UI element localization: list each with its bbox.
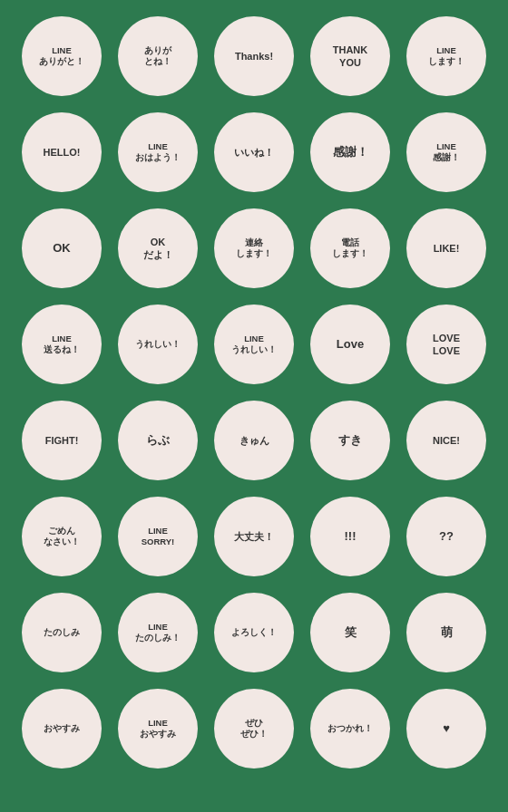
sticker-item[interactable]: おつかれ！ — [305, 683, 396, 774]
sticker-label: FIGHT! — [45, 434, 79, 447]
sticker-label: LINE おはよう！ — [135, 141, 181, 164]
sticker-label: LINE SORRY! — [142, 526, 175, 548]
sticker-item[interactable]: ぜひ ぜひ！ — [209, 683, 299, 774]
sticker-item[interactable]: うれしい！ — [112, 299, 203, 390]
sticker-label: きゅん — [239, 434, 269, 447]
sticker-item[interactable]: LINE ありがと！ — [16, 11, 107, 102]
sticker-item[interactable]: LINE おはよう！ — [112, 107, 203, 198]
sticker-item[interactable]: すき — [305, 395, 396, 486]
sticker-label: ぜひ ぜひ！ — [240, 718, 268, 740]
sticker-item[interactable]: らぶ — [112, 395, 203, 486]
sticker-label: !!! — [345, 529, 357, 545]
sticker-item[interactable]: LOVE LOVE — [401, 299, 492, 390]
sticker-item[interactable]: 連絡 します！ — [209, 203, 299, 294]
sticker-item[interactable]: 電話 します！ — [305, 203, 396, 294]
sticker-label: たのしみ — [44, 627, 80, 638]
sticker-item[interactable]: ♥ — [401, 683, 492, 774]
sticker-label: HELLO! — [44, 146, 81, 159]
sticker-label: LIKE! — [434, 242, 460, 255]
sticker-item[interactable]: Thanks! — [209, 11, 299, 102]
sticker-item[interactable]: よろしく！ — [209, 587, 299, 678]
sticker-label: LINE ありがと！ — [39, 45, 84, 68]
sticker-label: LINE 感謝！ — [433, 141, 460, 164]
sticker-label: OK — [53, 241, 71, 256]
sticker-item[interactable]: 笑 — [305, 587, 396, 678]
sticker-item[interactable]: Love — [305, 299, 396, 390]
sticker-label: らぶ — [146, 433, 170, 449]
sticker-label: 大丈夫！ — [234, 530, 274, 543]
sticker-item[interactable]: OK — [16, 203, 107, 294]
sticker-label: 笑 — [345, 625, 357, 641]
sticker-item[interactable]: LINE おやすみ — [112, 683, 203, 774]
sticker-item[interactable]: ごめん なさい！ — [16, 491, 107, 582]
sticker-item[interactable]: LIKE! — [401, 203, 492, 294]
sticker-grid: LINE ありがと！ありが とね！Thanks!THANK YOULINE しま… — [16, 11, 492, 774]
sticker-item[interactable]: たのしみ — [16, 587, 107, 678]
sticker-label: LOVE LOVE — [433, 332, 460, 358]
sticker-item[interactable]: 萌 — [401, 587, 492, 678]
sticker-label: おやすみ — [44, 723, 80, 734]
sticker-item[interactable]: ?? — [401, 491, 492, 582]
sticker-item[interactable]: おやすみ — [16, 683, 107, 774]
sticker-item[interactable]: THANK YOU — [305, 11, 396, 102]
sticker-label: ♥ — [443, 721, 450, 737]
sticker-label: おつかれ！ — [327, 723, 373, 734]
sticker-item[interactable]: LINE SORRY! — [112, 491, 203, 582]
sticker-label: LINE たのしみ！ — [135, 622, 181, 644]
sticker-item[interactable]: LINE 送るね！ — [16, 299, 107, 390]
sticker-label: LINE します！ — [428, 45, 464, 68]
sticker-label: Love — [337, 337, 364, 353]
sticker-item[interactable]: 感謝！ — [305, 107, 396, 198]
sticker-label: Thanks! — [235, 50, 273, 63]
sticker-label: すき — [338, 433, 362, 449]
sticker-label: よろしく！ — [231, 627, 277, 638]
sticker-label: LINE 送るね！ — [44, 334, 80, 356]
sticker-label: OK だよ！ — [143, 236, 173, 262]
sticker-item[interactable]: !!! — [305, 491, 396, 582]
sticker-label: 連絡 します！ — [236, 237, 272, 260]
sticker-item[interactable]: LINE たのしみ！ — [112, 587, 203, 678]
sticker-item[interactable]: LINE 感謝！ — [401, 107, 492, 198]
sticker-label: いいね！ — [234, 146, 274, 159]
sticker-label: LINE うれしい！ — [231, 334, 277, 356]
sticker-item[interactable]: OK だよ！ — [112, 203, 203, 294]
sticker-label: ありが とね！ — [144, 45, 171, 68]
sticker-label: ?? — [439, 529, 454, 545]
sticker-item[interactable]: 大丈夫！ — [209, 491, 299, 582]
sticker-label: 電話 します！ — [332, 237, 368, 260]
sticker-item[interactable]: NICE! — [401, 395, 492, 486]
sticker-item[interactable]: ありが とね！ — [112, 11, 203, 102]
sticker-label: THANK YOU — [333, 44, 368, 70]
sticker-label: 感謝！ — [333, 145, 368, 160]
sticker-item[interactable]: LINE します！ — [401, 11, 492, 102]
sticker-label: うれしい！ — [135, 339, 181, 350]
sticker-item[interactable]: LINE うれしい！ — [209, 299, 299, 390]
sticker-item[interactable]: HELLO! — [16, 107, 107, 198]
sticker-item[interactable]: いいね！ — [209, 107, 299, 198]
sticker-label: LINE おやすみ — [140, 718, 176, 740]
sticker-label: NICE! — [433, 434, 460, 447]
sticker-label: 萌 — [441, 625, 453, 641]
sticker-item[interactable]: きゅん — [209, 395, 299, 486]
sticker-label: ごめん なさい！ — [44, 526, 80, 548]
sticker-item[interactable]: FIGHT! — [16, 395, 107, 486]
